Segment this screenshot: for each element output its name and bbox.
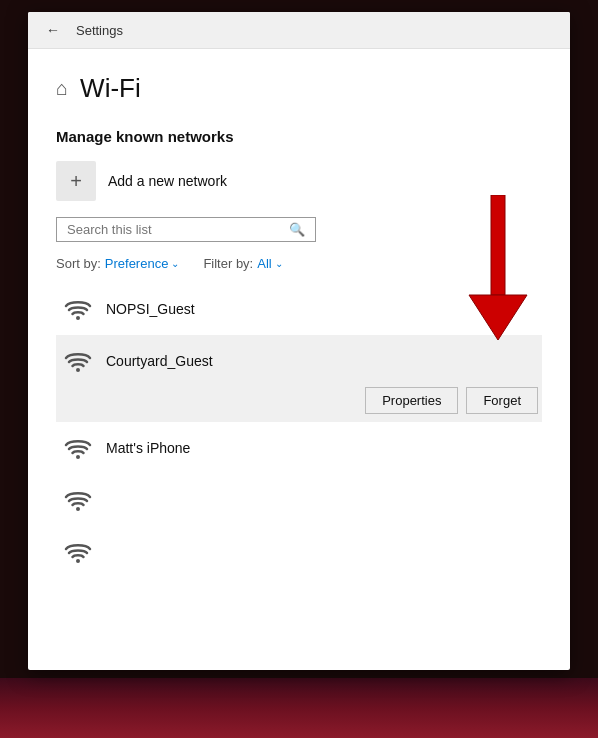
network-list: NOPSI_Guest Courtyard_Guest [56,283,542,578]
network-item-courtyard: Courtyard_Guest Properties Forget [56,335,542,422]
window-title: Settings [76,23,123,38]
sort-value-text: Preference [105,256,169,271]
network-name-courtyard: Courtyard_Guest [106,353,538,369]
back-button[interactable]: ← [40,20,66,40]
sort-section: Sort by: Preference ⌄ [56,256,179,271]
network-name-nopsi: NOPSI_Guest [106,301,538,317]
search-icon: 🔍 [289,222,305,237]
forget-button[interactable]: Forget [466,387,538,414]
wifi-icon-courtyard [60,343,96,379]
search-input[interactable] [67,222,289,237]
svg-point-0 [76,316,80,320]
filter-label: Filter by: [203,256,253,271]
add-network-button[interactable]: + Add a new network [56,161,227,201]
network-actions: Properties Forget [56,383,542,422]
sort-label: Sort by: [56,256,101,271]
svg-point-3 [76,507,80,511]
courtyard-row[interactable]: Courtyard_Guest [56,335,542,383]
wifi-icon-4 [60,482,96,518]
sort-value[interactable]: Preference ⌄ [105,256,180,271]
filter-value[interactable]: All ⌄ [257,256,282,271]
page-header: ⌂ Wi-Fi [56,73,542,104]
content-area: ⌂ Wi-Fi Manage known networks + Add a ne… [28,49,570,670]
svg-point-1 [76,368,80,372]
sort-chevron-icon: ⌄ [171,258,179,269]
network-item-nopsi[interactable]: NOPSI_Guest [56,283,542,335]
sort-filter-row: Sort by: Preference ⌄ Filter by: All ⌄ [56,256,542,271]
svg-point-4 [76,559,80,563]
network-name-matts: Matt's iPhone [106,440,538,456]
filter-chevron-icon: ⌄ [275,258,283,269]
taskbar-background [0,678,598,738]
settings-window: ← Settings ⌂ Wi-Fi Manage known networks… [28,12,570,670]
add-network-label: Add a new network [108,173,227,189]
wifi-icon-5 [60,534,96,570]
section-title: Manage known networks [56,128,542,145]
wifi-icon-nopsi [60,291,96,327]
title-bar: ← Settings [28,12,570,49]
filter-section: Filter by: All ⌄ [203,256,282,271]
network-item-matts[interactable]: Matt's iPhone [56,422,542,474]
network-item-5[interactable] [56,526,542,578]
svg-point-2 [76,455,80,459]
filter-value-text: All [257,256,271,271]
search-bar: 🔍 [56,217,316,242]
home-icon[interactable]: ⌂ [56,77,68,100]
properties-button[interactable]: Properties [365,387,458,414]
network-item-4[interactable] [56,474,542,526]
add-icon: + [56,161,96,201]
page-title: Wi-Fi [80,73,141,104]
wifi-icon-matts [60,430,96,466]
